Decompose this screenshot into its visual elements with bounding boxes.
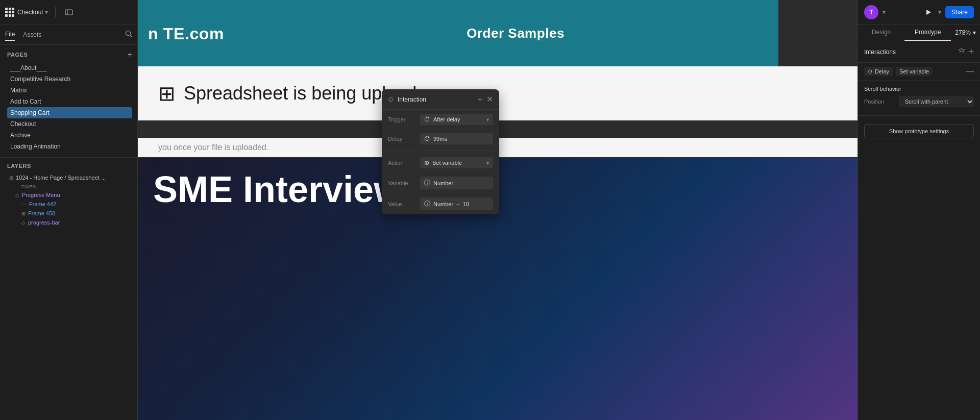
toggle-sidebar-button[interactable] (63, 6, 75, 18)
page-item-6[interactable]: Archive (7, 130, 132, 141)
toolbar-divider (55, 7, 56, 17)
delay-value-text: 99ms (433, 136, 447, 142)
pages-section: Pages + ___About___Competitive ResearchM… (0, 45, 137, 154)
popup-divider (382, 151, 499, 151)
trigger-row: Trigger ⏱ After delay ▾ (382, 110, 499, 129)
user-chevron-icon[interactable]: ▾ (883, 9, 886, 16)
remove-interaction-button[interactable]: — (966, 67, 974, 76)
layer-label: Frame 458 (28, 210, 55, 216)
after-delay-icon: ⏱ (424, 116, 430, 123)
value-row: Value ⓘ Number + 10 (382, 193, 499, 214)
page-item-4[interactable]: Shopping Cart (7, 107, 132, 118)
variable-select[interactable]: ⓘ Number (420, 177, 493, 189)
project-name[interactable]: Checkout ▾ (17, 9, 48, 16)
frame-icon-458: ⊞ (21, 211, 26, 216)
set-variable-tag-label: Set variable (899, 68, 929, 75)
svg-point-2 (126, 31, 131, 35)
canvas-right-frame (778, 0, 857, 66)
delay-tag-label: Delay (875, 68, 889, 75)
play-icon (925, 9, 932, 16)
interaction-popup: ⊙ Interaction + ✕ Trigger ⏱ After delay … (382, 89, 499, 214)
scroll-row: Position Scroll with parent (864, 96, 974, 107)
value-input[interactable]: ⓘ Number + 10 (420, 197, 493, 210)
fixed-label: FIXED (7, 182, 132, 190)
page-item-3[interactable]: Add to Cart (7, 96, 132, 107)
action-select[interactable]: ⊕ Set variable ▾ (420, 157, 493, 168)
order-samples-text: Order Samples (467, 26, 565, 41)
set-variable-tag[interactable]: Set variable (896, 67, 933, 76)
figma-grid-icon (5, 8, 14, 17)
tab-design[interactable]: Design (858, 24, 904, 41)
frame-icon: ⊞ (9, 175, 13, 181)
tab-assets[interactable]: Assets (23, 29, 41, 40)
popup-settings-icon[interactable]: ⊙ (388, 95, 394, 103)
variable-label: Variable (388, 180, 416, 186)
trigger-chevron-icon: ▾ (486, 117, 489, 122)
search-icon[interactable] (125, 30, 132, 39)
show-prototype-settings-button[interactable]: Show prototype settings (864, 124, 974, 138)
svg-rect-0 (65, 10, 72, 15)
scroll-position-select[interactable]: Scroll with parent (899, 96, 974, 107)
delay-label: Delay (388, 136, 416, 142)
interaction-row: ⏱ Delay Set variable — (858, 63, 980, 81)
delay-tag[interactable]: ⏱ Delay (864, 67, 893, 76)
page-item-1[interactable]: Competitive Research (7, 73, 132, 85)
page-item-0[interactable]: ___About___ (7, 62, 132, 73)
action-row: Action ⊕ Set variable ▾ (382, 153, 499, 172)
tab-file[interactable]: File (5, 29, 15, 41)
canvas-center-frame: Order Samples (253, 0, 778, 66)
frame-label: 1024 - Home Page / Spreadsheet ... (16, 175, 106, 181)
spreadsheet-icon: ⊞ (158, 82, 176, 105)
trigger-value-text: After delay (433, 116, 460, 122)
layer-main-frame[interactable]: ⊞ 1024 - Home Page / Spreadsheet ... (7, 173, 132, 182)
page-item-7[interactable]: Loading Animation (7, 141, 132, 152)
pages-list: ___About___Competitive ResearchMatrixAdd… (7, 62, 132, 152)
action-chevron-icon: ▾ (486, 160, 489, 166)
layer-progress-menu[interactable]: ◇ Progress Menu (7, 190, 132, 200)
user-avatar[interactable]: T (864, 5, 878, 19)
main-canvas: n TE.com Order Samples ⊞ Spreadsheet is … (138, 0, 857, 420)
plus-icon: + (456, 201, 459, 207)
layer-progress-bar[interactable]: ◇ progress-bar (7, 218, 132, 227)
tab-prototype[interactable]: Prototype (904, 24, 951, 41)
value-label: Value (388, 201, 416, 207)
component-icon-bar: ◇ (21, 220, 26, 226)
layer-frame-458[interactable]: ⊞ Frame 458 (7, 209, 132, 218)
interactions-settings-icon[interactable] (958, 47, 965, 56)
set-variable-icon: ⊕ (424, 159, 429, 166)
component-icon: ◇ (15, 192, 19, 198)
share-button[interactable]: Share (945, 6, 974, 18)
zoom-control[interactable]: 278% ▾ (951, 24, 980, 41)
trigger-label: Trigger (388, 116, 416, 122)
sidebar-icon (65, 8, 73, 16)
play-chevron-icon[interactable]: ▾ (938, 9, 941, 16)
scroll-behavior-section: Scroll behavior Position Scroll with par… (858, 81, 980, 112)
canvas-top-band: n TE.com Order Samples (138, 0, 857, 66)
svg-marker-4 (926, 10, 931, 15)
interactions-title: Interactions (864, 48, 958, 56)
right-mode-tabs: Design Prototype 278% ▾ (858, 24, 980, 41)
popup-add-button[interactable]: + (478, 95, 482, 104)
zoom-value: 278% (955, 29, 971, 36)
trigger-select[interactable]: ⏱ After delay ▾ (420, 114, 493, 125)
add-interaction-button[interactable]: + (968, 46, 974, 57)
popup-close-button[interactable]: ✕ (486, 94, 493, 104)
pages-header-label: Pages (7, 52, 28, 58)
svg-line-3 (130, 35, 132, 37)
layers-header-label: Layers (7, 163, 31, 169)
delay-clock-icon: ⏱ (424, 135, 430, 142)
value-number-text: 10 (463, 201, 469, 207)
add-page-button[interactable]: + (128, 50, 132, 59)
play-button[interactable] (923, 7, 934, 18)
zoom-chevron-icon: ▾ (973, 29, 976, 36)
layer-label: Frame 442 (29, 201, 56, 207)
page-item-5[interactable]: Checkout (7, 118, 132, 130)
app-logo[interactable]: Checkout ▾ (5, 8, 48, 17)
page-item-2[interactable]: Matrix (7, 85, 132, 96)
value-base-text: Number (433, 201, 453, 207)
action-label: Action (388, 160, 416, 166)
canvas-left-frame: n TE.com (138, 0, 253, 66)
layer-frame-442[interactable]: — Frame 442 (7, 200, 132, 209)
delay-input[interactable]: ⏱ 99ms (420, 133, 493, 144)
variable-value-text: Number (433, 180, 453, 186)
